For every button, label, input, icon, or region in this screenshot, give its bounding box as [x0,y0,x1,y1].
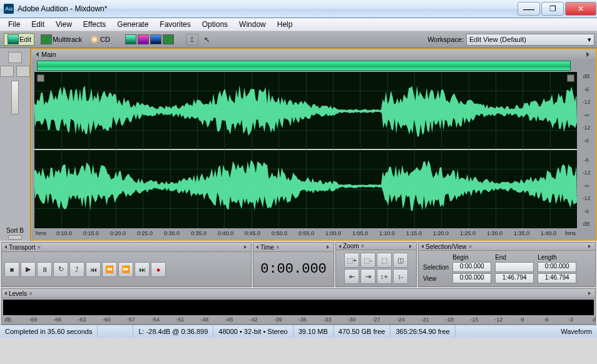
files-sidebar: Sort B [0,48,31,241]
mode-edit-button[interactable]: Edit [4,33,34,46]
close-icon[interactable]: × [29,290,33,297]
zoom-sel-button[interactable]: ◫ [393,253,408,268]
menu-help[interactable]: Help [272,19,298,30]
ibeam-tool[interactable]: 𝙸 [186,34,198,46]
zoom-in-left-button[interactable]: ⇤ [344,269,359,284]
status-mode: Waveform [456,325,597,338]
zoom-out-h-button[interactable]: ⬚- [360,253,375,268]
menu-favorites[interactable]: Favorites [154,19,196,30]
status-free1: 470.50 GB free [334,325,391,338]
col-end: End [494,254,535,261]
zoom-full-button[interactable]: ⬚ [377,253,392,268]
view-len-field[interactable]: 1:46.794 [538,273,576,283]
menu-window[interactable]: Window [233,19,272,30]
close-icon[interactable]: × [468,243,472,250]
sidebar-btn-bottom[interactable] [8,235,22,240]
panel-collapse-icon[interactable] [421,245,424,248]
play-button[interactable]: ▶ [21,262,36,277]
record-button[interactable]: ● [151,262,166,277]
view-end-field[interactable]: 1:46.794 [495,273,534,283]
edit-icon [8,34,19,44]
multitrack-label: Multitrack [53,36,82,43]
zoom-title: Zoom [343,243,359,250]
panel-arrow-icon[interactable] [327,245,329,249]
levels-meter[interactable] [3,300,594,315]
go-end-button[interactable]: ⏭ [135,262,150,277]
zoom-in-right-button[interactable]: ⇥ [360,269,375,284]
wave-tab-main[interactable]: Main [41,51,56,58]
menu-bar: File Edit View Effects Generate Favorite… [0,18,597,31]
marker-tl[interactable] [37,74,44,82]
mode-cd-button[interactable]: CD [88,34,113,44]
view-waveform-button[interactable] [125,34,136,44]
workspace-dropdown[interactable]: Edit View (Default)▾ [466,34,594,46]
status-bar: Completed in 35.60 seconds L: -28.4dB @ … [0,325,597,338]
tab-left-icon[interactable] [36,52,39,57]
zoom-in-h-button[interactable]: ⬚+ [344,253,359,268]
panel-arrow-icon[interactable] [588,245,591,248]
sidebar-btn-1[interactable] [8,52,22,63]
mode-multitrack-button[interactable]: Multitrack [37,33,85,46]
selview-title: Selection/View [426,243,466,250]
panel-arrow-icon[interactable] [244,245,247,249]
waveform-right [34,159,577,213]
close-icon[interactable]: × [37,244,41,251]
workspace-value: Edit View (Default) [469,36,526,43]
close-icon[interactable]: × [276,244,280,251]
workspace-label: Workspace: [427,36,464,43]
close-button[interactable]: ✕ [565,2,596,16]
panel-collapse-icon[interactable] [256,245,258,249]
zoom-in-v-button[interactable]: ↕+ [377,269,392,284]
sel-begin-field[interactable]: 0:00.000 [452,262,491,272]
sel-len-field[interactable]: 0:00.000 [538,262,576,272]
sel-end-field[interactable] [495,262,534,272]
loop-play-button[interactable]: ↻ [53,262,68,277]
time-title: Time [260,244,274,251]
col-begin: Begin [451,254,492,261]
row-view-label: View [422,273,450,283]
pause-button[interactable]: ⏸ [37,262,52,277]
status-free2: 365:26:54.90 free [390,325,455,338]
db-scale: dB-6-12-∞-12-6-6-12-∞-12-6dB [577,72,596,228]
panel-collapse-icon[interactable] [4,291,7,295]
menu-generate[interactable]: Generate [111,19,154,30]
status-size: 39.10 MB [293,325,334,338]
panel-collapse-icon[interactable] [339,245,341,248]
waveform-canvas[interactable]: /*grid drawn below*/ [34,72,577,228]
time-panel: Time× 0:00.000 [253,242,334,287]
menu-options[interactable]: Options [196,19,233,30]
view-spectral-pan-button[interactable] [150,34,161,44]
panel-arrow-icon[interactable] [588,291,591,295]
time-ruler[interactable]: hmshms0:10.00:15.00:20.00:25.00:30.00:35… [34,228,577,238]
stop-button[interactable]: ■ [4,262,19,277]
tab-right-icon[interactable] [586,52,589,57]
play-to-end-button[interactable]: ⤴ [69,262,84,277]
menu-edit[interactable]: Edit [26,19,50,30]
maximize-button[interactable]: ❐ [541,2,564,16]
selview-table: Begin End Length Selection 0:00.000 0:00… [421,253,579,285]
menu-file[interactable]: File [3,19,26,30]
view-spectral-freq-button[interactable] [138,34,149,44]
rewind-button[interactable]: ⏪ [102,262,117,277]
view-begin-field[interactable]: 0:00.000 [452,273,491,283]
menu-effects[interactable]: Effects [78,19,111,30]
minimize-button[interactable]: — [518,2,540,16]
view-spectral-phase-button[interactable] [163,34,174,44]
zoom-out-v-button[interactable]: ↕- [393,269,408,284]
panel-arrow-icon[interactable] [409,245,412,248]
sidebar-btn-3[interactable] [16,66,30,77]
levels-title: Levels [9,290,27,297]
transport-title: Transport [9,244,35,251]
sidebar-scrollbar[interactable] [11,81,19,114]
go-start-button[interactable]: ⏮ [86,262,101,277]
close-icon[interactable]: × [361,243,365,250]
pointer-tool[interactable]: ↖ [201,34,213,45]
status-gap [98,325,133,338]
zoom-panel: Zoom× ⬚+ ⬚- ⬚ ◫ ⇤ ⇥ ↕+ ↕- [335,242,417,287]
marker-tr[interactable] [567,74,574,82]
forward-button[interactable]: ⏩ [118,262,133,277]
menu-view[interactable]: View [50,19,78,30]
overview-bar[interactable] [37,61,571,71]
sidebar-btn-2[interactable] [0,66,14,77]
panel-collapse-icon[interactable] [4,245,7,249]
